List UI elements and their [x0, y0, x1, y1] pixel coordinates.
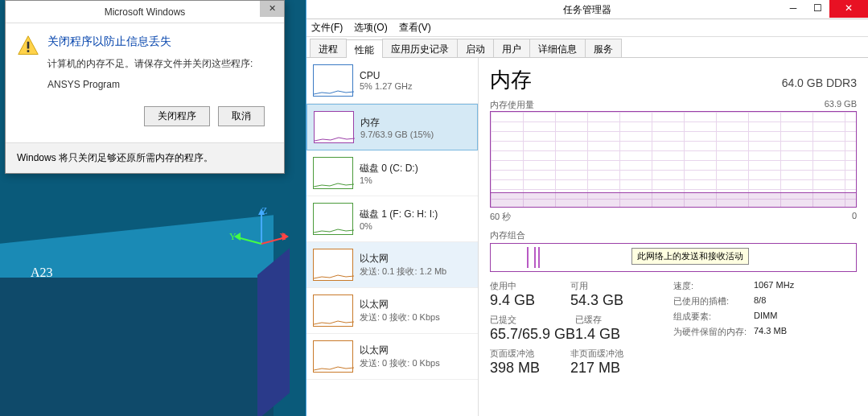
- composition-label: 内存组合: [490, 229, 857, 241]
- net-sparkline-icon: [313, 249, 353, 281]
- model-label: A23: [31, 266, 53, 280]
- window-close-button[interactable]: ✕: [829, 0, 868, 18]
- tab-4[interactable]: 用户: [493, 39, 530, 57]
- axis-z-label: Z: [261, 205, 267, 217]
- tab-5[interactable]: 详细信息: [529, 39, 586, 57]
- dialog-heading: 关闭程序以防止信息丢失: [47, 35, 171, 49]
- usage-max: 63.9 GB: [825, 99, 857, 111]
- usage-label: 内存使用量: [490, 99, 534, 111]
- net-sparkline-icon: [313, 294, 353, 327]
- maximize-button[interactable]: ☐: [805, 0, 829, 18]
- dialog-title-text: Microsoft Windows: [105, 6, 186, 18]
- chart-x-right: 0: [852, 211, 857, 223]
- dialog-close-button[interactable]: ✕: [260, 1, 284, 17]
- svg-rect-8: [27, 50, 30, 52]
- sidebar-item-net-6[interactable]: 以太网发送: 0 接收: 0 Kbps: [306, 334, 478, 380]
- disk-sparkline-icon: [313, 203, 353, 235]
- dialog-message: 计算机的内存不足。请保存文件并关闭这些程序:: [47, 57, 273, 71]
- cancel-button[interactable]: 取消: [218, 106, 265, 126]
- dialog-footer-text: Windows 将只关闭足够还原所需内存的程序。: [6, 142, 284, 173]
- mem-sparkline-icon: [314, 111, 354, 143]
- memory-panel: 内存 64.0 GB DDR3 内存使用量 63.9 GB 60 秒 0 内存组…: [479, 58, 868, 416]
- tab-2[interactable]: 应用历史记录: [382, 39, 458, 57]
- tm-tabs: 进程性能应用历史记录启动用户详细信息服务: [306, 37, 868, 58]
- menu-file[interactable]: 文件(F): [311, 21, 343, 35]
- svg-line-2: [237, 237, 261, 244]
- axis-y-label: Y: [229, 231, 237, 243]
- axes-gizmo: Z Y X: [229, 205, 294, 270]
- disk-sparkline-icon: [313, 157, 353, 189]
- task-manager-window: 任务管理器 ─ ☐ ✕ 文件(F) 选项(O) 查看(V) 进程性能应用历史记录…: [306, 0, 868, 416]
- cpu-sparkline-icon: [313, 64, 353, 97]
- tm-menubar: 文件(F) 选项(O) 查看(V): [306, 19, 868, 37]
- tab-1[interactable]: 性能: [346, 39, 383, 58]
- sidebar-item-disk-3[interactable]: 磁盘 1 (F: G: H: I:)0%: [306, 196, 478, 242]
- tab-3[interactable]: 启动: [457, 39, 494, 57]
- performance-sidebar: CPU5% 1.27 GHz内存9.7/63.9 GB (15%)磁盘 0 (C…: [306, 58, 479, 416]
- minimize-button[interactable]: ─: [781, 0, 805, 18]
- panel-title: 内存: [490, 66, 532, 94]
- menu-view[interactable]: 查看(V): [399, 21, 431, 35]
- sidebar-item-net-4[interactable]: 以太网发送: 0.1 接收: 1.2 Mb: [306, 242, 478, 288]
- sidebar-item-cpu-0[interactable]: CPU5% 1.27 GHz: [306, 58, 478, 104]
- svg-rect-7: [27, 42, 30, 49]
- sidebar-item-mem-1[interactable]: 内存9.7/63.9 GB (15%): [306, 104, 478, 150]
- tab-6[interactable]: 服务: [585, 39, 622, 57]
- axis-x-label: X: [279, 231, 286, 243]
- tm-titlebar[interactable]: 任务管理器 ─ ☐ ✕: [306, 0, 868, 19]
- sidebar-item-disk-2[interactable]: 磁盘 0 (C: D:)1%: [306, 150, 478, 196]
- tab-0[interactable]: 进程: [310, 39, 347, 57]
- dialog-titlebar[interactable]: Microsoft Windows ✕: [6, 1, 284, 23]
- sidebar-item-net-5[interactable]: 以太网发送: 0 接收: 0 Kbps: [306, 288, 478, 334]
- chart-x-left: 60 秒: [490, 211, 511, 223]
- close-program-button[interactable]: 关闭程序: [144, 106, 210, 126]
- warning-icon: [17, 35, 39, 57]
- memory-usage-chart: [490, 111, 857, 208]
- low-memory-dialog: Microsoft Windows ✕ 关闭程序以防止信息丢失 计算机的内存不足…: [5, 0, 285, 174]
- memory-total: 64.0 GB DDR3: [782, 76, 857, 89]
- stats-right: 速度:1067 MHz已使用的插槽:8/8组成要素:DIMM为硬件保留的内存:7…: [673, 280, 857, 381]
- menu-options[interactable]: 选项(O): [354, 21, 387, 35]
- net-sparkline-icon: [313, 340, 353, 373]
- stats-left: 使用中9.4 GB可用54.3 GB已提交65.7/65.9 GB已缓存1.4 …: [490, 280, 673, 381]
- dialog-program-name: ANSYS Program: [47, 79, 273, 90]
- ethernet-tooltip: 此网络上的发送和接收活动: [631, 248, 749, 265]
